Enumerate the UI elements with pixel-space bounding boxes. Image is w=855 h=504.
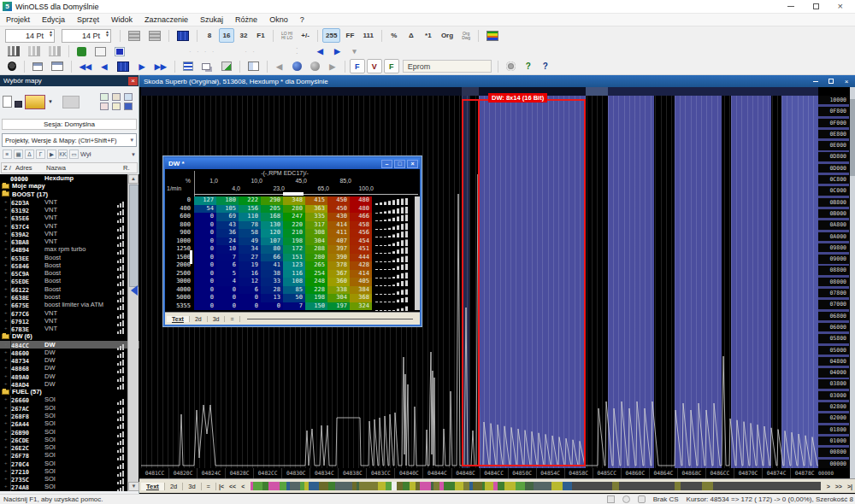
map-cell[interactable]: 34 [239, 245, 261, 254]
map-cell[interactable]: 335 [305, 213, 327, 221]
map-cell[interactable]: 0 [194, 221, 216, 230]
map-cell[interactable]: 0 [194, 213, 216, 221]
tree-item[interactable]: +489A0DW [0, 372, 139, 380]
map-cell[interactable]: 85 [283, 286, 305, 295]
nav-left-0[interactable]: |< [216, 483, 227, 489]
import-icon[interactable] [218, 59, 235, 73]
tree-item[interactable]: +26660SOI [0, 396, 139, 403]
mail-icon[interactable] [112, 103, 121, 110]
font-size-x-spinner[interactable]: 14 Pt▲▼ [5, 29, 55, 43]
map-cell[interactable]: 0 [194, 229, 216, 237]
paste-project-icon[interactable] [62, 96, 80, 108]
map-tab-=[interactable]: = [225, 316, 239, 322]
map-cell[interactable]: 5 [216, 270, 239, 278]
map-cell[interactable]: 210 [283, 229, 305, 237]
map-cell[interactable]: 0 [194, 254, 216, 262]
filter-combo[interactable]: Projekty, Wersje & Mapy: (Ctrl+Shift+F) … [2, 133, 137, 147]
open-project-icon[interactable] [25, 95, 45, 109]
menu-item-rne[interactable]: Różne [229, 15, 263, 24]
map-titlebar[interactable]: DW * – □ × [165, 158, 420, 169]
tab-3d[interactable]: 3d [183, 483, 201, 490]
tree-item[interactable]: +639A2VNT [0, 230, 139, 237]
map-cell[interactable]: 456 [350, 229, 372, 237]
map-cell[interactable]: 36 [216, 229, 239, 237]
map-cell[interactable]: 247 [283, 213, 305, 221]
map-cell[interactable]: 0 [239, 294, 261, 302]
selection-dropdown-button[interactable]: ▾ [346, 44, 362, 59]
tree-item[interactable]: +635E6VNT [0, 214, 139, 221]
map-cell[interactable]: 69 [216, 213, 239, 221]
original-button[interactable]: Org [438, 28, 457, 43]
prev-version-button[interactable]: ◀ [97, 59, 112, 73]
tree-item[interactable]: +64B94max rpm turbo [0, 245, 139, 253]
map-table-row[interactable]: 1500072766151280390444 [165, 254, 420, 262]
split-window-icon[interactable] [245, 59, 262, 73]
map-table-row[interactable]: 535500007150197324 [165, 302, 420, 311]
tree-item[interactable]: +67912VNT [0, 317, 139, 325]
nav-right-0[interactable]: > [824, 483, 833, 489]
map-cell[interactable]: 108 [283, 278, 305, 286]
tree-item[interactable]: +65C9ABoost [0, 269, 139, 277]
map-cell[interactable]: 123 [283, 261, 305, 270]
panel-header[interactable]: Wybór mapy × [0, 75, 139, 86]
spinner-arrows-icon[interactable]: ▲▼ [49, 30, 53, 37]
map-cell[interactable]: 288 [305, 245, 327, 254]
map-selection-rect[interactable] [462, 99, 586, 466]
tree-scrollbar[interactable]: ▲ ▼ [127, 174, 139, 491]
session-bar[interactable]: Sesja: Domyślna [2, 119, 137, 130]
tree-item[interactable]: +62D3AVNT [0, 198, 139, 206]
map-cell[interactable]: 480 [350, 196, 372, 205]
map-cell[interactable]: 338 [327, 286, 350, 295]
map-cell[interactable]: 367 [327, 270, 350, 278]
tree-item[interactable]: +270C4SOI [0, 460, 139, 467]
tree-item[interactable]: +653EEBoost [0, 254, 139, 261]
last-version-button[interactable]: ▶▶ [151, 59, 170, 73]
map-cell[interactable]: 0 [261, 302, 283, 311]
save-project-icon[interactable] [15, 101, 22, 108]
tree-item[interactable]: +66122Boost [0, 285, 139, 293]
map-cell[interactable]: 0 [194, 270, 216, 278]
project-properties-icon[interactable] [29, 59, 46, 73]
letter-f2-button[interactable]: F [384, 59, 399, 73]
percent-button[interactable]: % [386, 28, 402, 43]
map-cell[interactable]: 7 [283, 302, 305, 311]
map-vertical-scrollbar[interactable] [415, 196, 420, 310]
tab-text[interactable]: Text [141, 483, 165, 490]
menu-item-?[interactable]: ? [294, 15, 310, 24]
prev-selection-button[interactable]: ◀ [312, 44, 327, 59]
camera-icon[interactable] [112, 93, 121, 101]
bits-32-button[interactable]: 32 [236, 28, 251, 43]
map-cell[interactable]: 411 [327, 229, 350, 237]
tree-item[interactable]: +48734DW [0, 356, 139, 364]
axis-labels-icon[interactable] [125, 28, 144, 43]
map-cell[interactable]: 180 [216, 196, 239, 205]
map-cell[interactable]: 150 [305, 302, 327, 311]
status-gear-icon[interactable] [622, 495, 630, 503]
map-table-row[interactable]: 100002449107198304407454 [165, 237, 420, 246]
minimize-icon[interactable] [787, 6, 794, 7]
tree-item[interactable]: +26CDESOI [0, 436, 139, 443]
map-list-icon[interactable] [180, 59, 197, 73]
tree-item[interactable]: +67B3EVNT [0, 325, 139, 332]
hex-overview-strip[interactable] [141, 87, 818, 96]
bits-8-button[interactable]: 8 [202, 28, 217, 43]
map-cell[interactable]: 378 [327, 261, 350, 270]
map-edit-icon[interactable] [4, 44, 23, 59]
map-hscroll-track[interactable] [247, 319, 413, 319]
map-cell[interactable]: 428 [350, 261, 372, 270]
map-table-row[interactable]: 600069110168247335430466 [165, 213, 420, 221]
map-cell[interactable]: 0 [216, 286, 239, 295]
map-table-row[interactable]: 90003658120210308411456 [165, 229, 420, 237]
map-cell[interactable]: 107 [261, 237, 283, 246]
column-r[interactable]: R. [123, 164, 137, 172]
map-table-row[interactable]: 40000062885228338384 [165, 286, 420, 295]
map-cell[interactable]: 265 [305, 261, 327, 270]
map-cell[interactable]: 120 [261, 229, 283, 237]
map-cell[interactable]: 10 [216, 245, 239, 254]
status-grid-icon[interactable] [607, 495, 615, 503]
tree-item[interactable]: +6638Eboost [0, 293, 139, 301]
map-cell[interactable]: 397 [327, 245, 350, 254]
tree-folder[interactable]: FUEL (57) [0, 388, 139, 396]
eprom-combo[interactable]: Eprom [403, 60, 492, 73]
nav-right-2[interactable]: >| [845, 483, 855, 489]
